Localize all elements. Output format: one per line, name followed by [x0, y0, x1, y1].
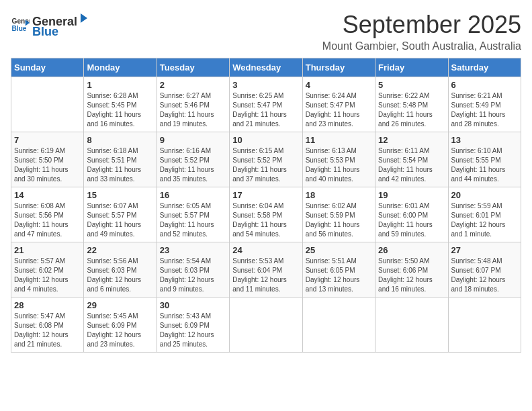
calendar-cell: 10Sunrise: 6:15 AMSunset: 5:52 PMDayligh… [230, 132, 302, 187]
calendar-cell: 14Sunrise: 6:08 AMSunset: 5:56 PMDayligh… [11, 187, 84, 242]
day-info: Sunrise: 6:19 AMSunset: 5:50 PMDaylight:… [14, 146, 81, 184]
day-number: 22 [87, 245, 153, 255]
day-info: Sunrise: 5:47 AMSunset: 6:08 PMDaylight:… [14, 312, 81, 349]
day-number: 7 [14, 135, 81, 145]
calendar-cell: 23Sunrise: 5:54 AMSunset: 6:03 PMDayligh… [157, 242, 229, 298]
day-number: 6 [451, 80, 518, 90]
calendar-week-row: 1Sunrise: 6:28 AMSunset: 5:45 PMDaylight… [11, 77, 521, 132]
calendar-cell: 17Sunrise: 6:04 AMSunset: 5:58 PMDayligh… [230, 187, 302, 242]
day-number: 12 [378, 135, 445, 145]
day-number: 11 [306, 135, 372, 145]
day-number: 3 [232, 80, 299, 90]
day-number: 28 [14, 300, 81, 310]
day-info: Sunrise: 6:21 AMSunset: 5:49 PMDaylight:… [451, 91, 518, 129]
header-tuesday: Tuesday [157, 58, 229, 77]
calendar-cell: 15Sunrise: 6:07 AMSunset: 5:57 PMDayligh… [84, 187, 157, 242]
title-block: September 2025 Mount Gambier, South Aust… [322, 11, 521, 52]
day-info: Sunrise: 5:57 AMSunset: 6:02 PMDaylight:… [14, 257, 81, 294]
header-wednesday: Wednesday [230, 58, 302, 77]
day-info: Sunrise: 6:22 AMSunset: 5:48 PMDaylight:… [378, 91, 445, 129]
svg-text:Blue: Blue [12, 25, 27, 32]
day-info: Sunrise: 6:16 AMSunset: 5:52 PMDaylight:… [160, 146, 226, 184]
day-number: 23 [160, 245, 226, 255]
calendar-cell: 8Sunrise: 6:18 AMSunset: 5:51 PMDaylight… [84, 132, 157, 187]
day-number: 13 [451, 135, 518, 145]
calendar-cell [230, 298, 302, 353]
day-info: Sunrise: 6:05 AMSunset: 5:57 PMDaylight:… [160, 201, 226, 239]
subtitle: Mount Gambier, South Australia, Australi… [322, 40, 521, 52]
day-info: Sunrise: 6:25 AMSunset: 5:47 PMDaylight:… [232, 91, 299, 129]
logo-svg: General Blue [11, 15, 30, 34]
calendar-cell: 28Sunrise: 5:47 AMSunset: 6:08 PMDayligh… [11, 298, 84, 353]
calendar-week-row: 14Sunrise: 6:08 AMSunset: 5:56 PMDayligh… [11, 187, 521, 242]
day-info: Sunrise: 5:53 AMSunset: 6:04 PMDaylight:… [232, 257, 299, 294]
calendar-cell: 11Sunrise: 6:13 AMSunset: 5:53 PMDayligh… [302, 132, 375, 187]
calendar-header-row: SundayMondayTuesdayWednesdayThursdayFrid… [11, 58, 521, 77]
calendar-cell: 19Sunrise: 6:01 AMSunset: 6:00 PMDayligh… [375, 187, 448, 242]
calendar-cell: 27Sunrise: 5:48 AMSunset: 6:07 PMDayligh… [448, 242, 521, 298]
calendar-cell: 1Sunrise: 6:28 AMSunset: 5:45 PMDaylight… [84, 77, 157, 132]
calendar-cell: 4Sunrise: 6:24 AMSunset: 5:47 PMDaylight… [302, 77, 375, 132]
day-number: 1 [87, 80, 153, 90]
day-info: Sunrise: 6:27 AMSunset: 5:46 PMDaylight:… [160, 91, 226, 129]
calendar-cell: 3Sunrise: 6:25 AMSunset: 5:47 PMDaylight… [230, 77, 302, 132]
day-info: Sunrise: 5:43 AMSunset: 6:09 PMDaylight:… [160, 312, 226, 349]
header-friday: Friday [375, 58, 448, 77]
day-info: Sunrise: 6:01 AMSunset: 6:00 PMDaylight:… [378, 201, 445, 239]
day-number: 21 [14, 245, 81, 255]
day-info: Sunrise: 5:50 AMSunset: 6:06 PMDaylight:… [378, 257, 445, 294]
logo-arrow-icon [78, 11, 90, 26]
day-info: Sunrise: 6:07 AMSunset: 5:57 PMDaylight:… [87, 201, 153, 239]
calendar-cell: 16Sunrise: 6:05 AMSunset: 5:57 PMDayligh… [157, 187, 229, 242]
calendar-cell: 29Sunrise: 5:45 AMSunset: 6:09 PMDayligh… [84, 298, 157, 353]
day-number: 29 [87, 300, 153, 310]
calendar-cell: 20Sunrise: 5:59 AMSunset: 6:01 PMDayligh… [448, 187, 521, 242]
day-number: 9 [160, 135, 226, 145]
day-info: Sunrise: 5:56 AMSunset: 6:03 PMDaylight:… [87, 257, 153, 294]
calendar-cell: 12Sunrise: 6:11 AMSunset: 5:54 PMDayligh… [375, 132, 448, 187]
calendar-cell: 13Sunrise: 6:10 AMSunset: 5:55 PMDayligh… [448, 132, 521, 187]
day-number: 18 [306, 190, 372, 200]
calendar-cell: 21Sunrise: 5:57 AMSunset: 6:02 PMDayligh… [11, 242, 84, 298]
calendar-cell [302, 298, 375, 353]
day-info: Sunrise: 6:02 AMSunset: 5:59 PMDaylight:… [306, 201, 372, 239]
calendar-cell [11, 77, 84, 132]
day-info: Sunrise: 5:45 AMSunset: 6:09 PMDaylight:… [87, 312, 153, 349]
day-number: 5 [378, 80, 445, 90]
header-thursday: Thursday [302, 58, 375, 77]
calendar-cell: 25Sunrise: 5:51 AMSunset: 6:05 PMDayligh… [302, 242, 375, 298]
day-info: Sunrise: 5:51 AMSunset: 6:05 PMDaylight:… [306, 257, 372, 294]
day-info: Sunrise: 6:15 AMSunset: 5:52 PMDaylight:… [232, 146, 299, 184]
calendar-table: SundayMondayTuesdayWednesdayThursdayFrid… [11, 58, 521, 353]
day-number: 10 [232, 135, 299, 145]
day-info: Sunrise: 6:11 AMSunset: 5:54 PMDaylight:… [378, 146, 445, 184]
calendar-cell: 6Sunrise: 6:21 AMSunset: 5:49 PMDaylight… [448, 77, 521, 132]
day-info: Sunrise: 6:10 AMSunset: 5:55 PMDaylight:… [451, 146, 518, 184]
day-info: Sunrise: 6:13 AMSunset: 5:53 PMDaylight:… [306, 146, 372, 184]
day-number: 4 [306, 80, 372, 90]
day-number: 24 [232, 245, 299, 255]
logo: General Blue General Blue [11, 11, 91, 39]
day-info: Sunrise: 5:48 AMSunset: 6:07 PMDaylight:… [451, 257, 518, 294]
day-info: Sunrise: 6:08 AMSunset: 5:56 PMDaylight:… [14, 201, 81, 239]
day-number: 15 [87, 190, 153, 200]
calendar-week-row: 28Sunrise: 5:47 AMSunset: 6:08 PMDayligh… [11, 298, 521, 353]
day-info: Sunrise: 6:04 AMSunset: 5:58 PMDaylight:… [232, 201, 299, 239]
day-number: 30 [160, 300, 226, 310]
calendar-cell [375, 298, 448, 353]
main-title: September 2025 [322, 11, 521, 39]
day-number: 20 [451, 190, 518, 200]
calendar-cell: 5Sunrise: 6:22 AMSunset: 5:48 PMDaylight… [375, 77, 448, 132]
header-sunday: Sunday [11, 58, 84, 77]
day-number: 17 [232, 190, 299, 200]
calendar-week-row: 7Sunrise: 6:19 AMSunset: 5:50 PMDaylight… [11, 132, 521, 187]
day-number: 19 [378, 190, 445, 200]
day-info: Sunrise: 5:54 AMSunset: 6:03 PMDaylight:… [160, 257, 226, 294]
calendar-week-row: 21Sunrise: 5:57 AMSunset: 6:02 PMDayligh… [11, 242, 521, 298]
calendar-cell: 22Sunrise: 5:56 AMSunset: 6:03 PMDayligh… [84, 242, 157, 298]
calendar-cell: 26Sunrise: 5:50 AMSunset: 6:06 PMDayligh… [375, 242, 448, 298]
calendar-body: 1Sunrise: 6:28 AMSunset: 5:45 PMDaylight… [11, 77, 521, 353]
calendar-cell [448, 298, 521, 353]
header-monday: Monday [84, 58, 157, 77]
day-number: 16 [160, 190, 226, 200]
